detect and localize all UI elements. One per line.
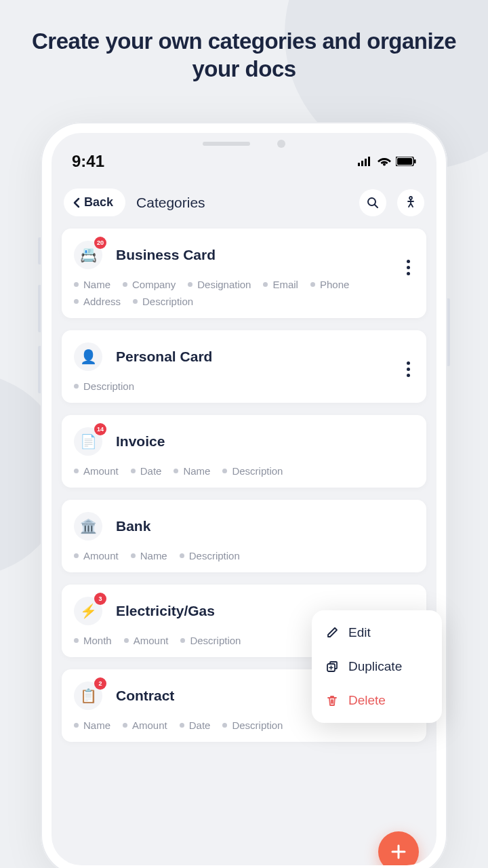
category-icon: 🏛️	[74, 512, 102, 540]
plus-icon	[390, 843, 407, 861]
page-title: Categories	[136, 195, 348, 211]
signal-icon	[358, 157, 373, 166]
menu-delete[interactable]: Delete	[312, 684, 442, 717]
field-tag: Company	[123, 279, 176, 290]
svg-rect-2	[365, 159, 367, 166]
more-button[interactable]	[401, 356, 415, 382]
category-title: Bank	[116, 518, 150, 534]
field-tag: Email	[263, 279, 298, 290]
duplicate-icon	[325, 660, 339, 673]
field-tag: Amount	[74, 465, 119, 477]
svg-rect-3	[368, 157, 370, 166]
field-tag: Description	[180, 635, 241, 646]
page-headline: Create your own categories and organize …	[0, 0, 488, 83]
menu-edit[interactable]: Edit	[312, 616, 442, 650]
field-tag: Date	[180, 719, 211, 731]
battery-icon	[396, 157, 416, 166]
accessibility-button[interactable]	[397, 189, 424, 216]
field-tag: Name	[74, 719, 110, 731]
svg-rect-5	[397, 158, 412, 165]
field-tag: Amount	[74, 550, 119, 561]
field-tag: Amount	[123, 719, 167, 731]
svg-rect-1	[361, 161, 363, 166]
category-title: Invoice	[116, 433, 165, 450]
count-badge: 3	[94, 593, 106, 605]
category-icon: 📄14	[74, 427, 102, 456]
back-label: Back	[84, 195, 113, 210]
menu-duplicate[interactable]: Duplicate	[312, 650, 442, 684]
field-tag: Amount	[124, 635, 169, 646]
field-tag: Name	[131, 550, 167, 561]
field-tag: Description	[74, 380, 134, 392]
count-badge: 20	[94, 237, 106, 249]
edit-icon	[325, 626, 339, 639]
field-tag: Description	[180, 550, 240, 561]
trash-icon	[325, 694, 339, 707]
field-tag: Description	[222, 719, 283, 731]
field-list: Description	[74, 380, 414, 392]
category-card[interactable]: 👤Personal CardDescription	[62, 330, 426, 403]
svg-rect-6	[414, 159, 416, 163]
category-title: Personal Card	[116, 349, 212, 365]
phone-side-button	[38, 346, 41, 393]
field-list: AmountNameDescription	[74, 550, 414, 561]
phone-side-button	[38, 285, 41, 332]
phone-frame: 9:41 Back Categories	[41, 122, 447, 868]
count-badge: 14	[94, 423, 106, 435]
status-time: 9:41	[72, 152, 104, 171]
category-card[interactable]: 📄14InvoiceAmountDateNameDescription	[62, 415, 426, 488]
field-list: NameCompanyDesignationEmailPhoneAddressD…	[74, 279, 414, 307]
touch-icon	[405, 196, 417, 210]
field-list: AmountDateNameDescription	[74, 465, 414, 477]
search-button[interactable]	[359, 189, 386, 216]
context-menu: Edit Duplicate Delete	[312, 610, 442, 723]
count-badge: 2	[94, 677, 106, 690]
phone-notch	[176, 133, 312, 155]
category-icon: 👤	[74, 342, 102, 371]
category-title: Contract	[116, 688, 174, 704]
category-icon: ⚡3	[74, 597, 102, 625]
wifi-icon	[378, 157, 391, 166]
category-title: Electricity/Gas	[116, 603, 215, 619]
field-tag: Phone	[310, 279, 349, 290]
field-tag: Designation	[188, 279, 251, 290]
field-tag: Month	[74, 635, 112, 646]
svg-line-8	[375, 205, 378, 208]
field-tag: Description	[222, 465, 283, 477]
phone-side-button	[38, 237, 41, 264]
field-tag: Description	[133, 296, 193, 307]
category-icon: 📋2	[74, 682, 102, 710]
add-button[interactable]	[378, 831, 419, 865]
category-card[interactable]: 📇20Business CardNameCompanyDesignationEm…	[62, 229, 426, 318]
category-icon: 📇20	[74, 241, 102, 269]
more-button[interactable]	[401, 254, 415, 281]
phone-side-button	[447, 298, 450, 366]
field-tag: Date	[131, 465, 162, 477]
field-tag: Address	[74, 296, 121, 307]
field-tag: Name	[174, 465, 210, 477]
field-tag: Name	[74, 279, 110, 290]
search-icon	[367, 197, 379, 209]
category-card[interactable]: 🏛️BankAmountNameDescription	[62, 500, 426, 572]
chevron-left-icon	[72, 197, 81, 208]
category-title: Business Card	[116, 247, 216, 263]
back-button[interactable]: Back	[64, 189, 125, 216]
svg-rect-0	[358, 163, 360, 166]
phone-screen: 9:41 Back Categories	[52, 133, 436, 865]
